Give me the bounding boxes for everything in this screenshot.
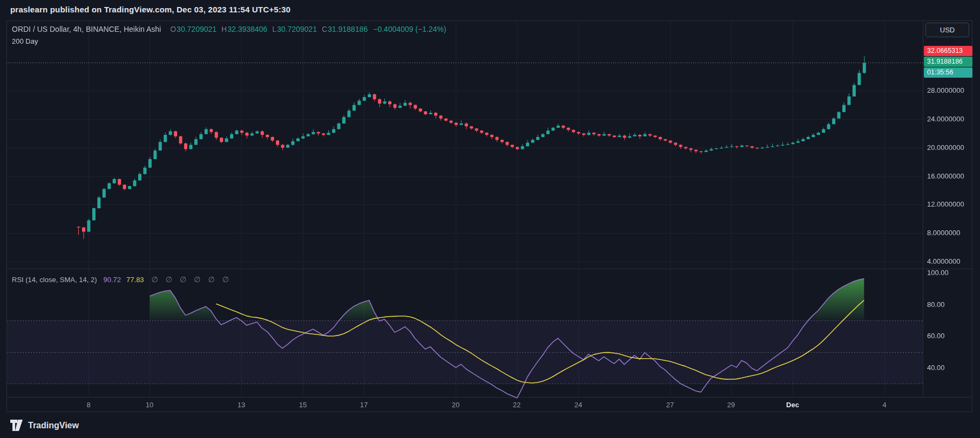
price-axis-label: 4.0000000 (927, 257, 960, 266)
rsi-title[interactable]: RSI (14, close, SMA, 14, 2) (12, 276, 97, 284)
open-value: 30.7209021 (177, 25, 217, 33)
indicator-label-200day[interactable]: 200 Day (12, 37, 446, 45)
tradingview-wordmark: TradingView (28, 421, 79, 430)
time-axis-label: 15 (299, 401, 307, 409)
time-axis-label: 22 (513, 401, 521, 409)
rsi-hidden-value-marker: ∅ (208, 275, 214, 284)
low-value: 30.7209021 (277, 25, 317, 33)
chart-canvas[interactable] (6, 20, 972, 412)
rsi-hidden-value-marker: ∅ (152, 275, 158, 284)
price-axis-label: 24.0000000 (927, 115, 964, 124)
time-axis-label: 8 (86, 401, 90, 409)
change-value: −0.4004009 (−1.24%) (373, 25, 446, 33)
main-legend: ORDI / US Dollar, 4h, BINANCE, Heikin As… (12, 25, 446, 45)
red-price-badge: 32.0665313 (924, 46, 972, 56)
time-axis-label: 24 (575, 401, 582, 409)
time-axis-label: 4 (882, 401, 886, 409)
close-value: 31.9188186 (328, 25, 368, 33)
symbol-title[interactable]: ORDI / US Dollar, 4h, BINANCE, Heikin As… (12, 25, 161, 33)
rsi-axis-label: 80.00 (927, 300, 945, 309)
chart-frame: ORDI / US Dollar, 4h, BINANCE, Heikin As… (6, 20, 972, 412)
last-price-badge: 31.9188186 (924, 57, 972, 67)
rsi-current-value: 90.72 (104, 276, 121, 284)
published-caption: praslearn published on TradingView.com, … (10, 5, 290, 14)
countdown-badge: 01:35:56 (924, 67, 972, 78)
tradingview-logo-icon (10, 420, 23, 431)
price-axis-label: 8.0000000 (927, 229, 960, 237)
time-axis[interactable]: 8101315172022242729Dec4 (6, 397, 972, 412)
price-axis-label: 28.0000000 (927, 86, 964, 95)
rsi-axis-label: 60.00 (927, 332, 945, 340)
time-axis-label: 13 (238, 401, 245, 409)
time-axis-label: 27 (666, 401, 674, 409)
rsi-hidden-value-marker: ∅ (166, 275, 172, 284)
low-label: L (272, 25, 276, 33)
rsi-ma-value: 77.83 (126, 276, 144, 284)
rsi-axis-label: 100.00 (927, 269, 949, 277)
rsi-hidden-value-marker: ∅ (222, 275, 229, 284)
rsi-legend[interactable]: RSI (14, close, SMA, 14, 2) 90.72 77.83 … (12, 275, 229, 284)
price-axis-label: 16.0000000 (927, 172, 964, 181)
rsi-empty-values: ∅∅∅∅∅∅ (144, 275, 229, 284)
price-axis-label: 20.0000000 (927, 143, 964, 152)
tradingview-watermark[interactable]: TradingView (10, 420, 79, 431)
time-axis-label: Dec (786, 401, 799, 409)
rsi-hidden-value-marker: ∅ (180, 275, 186, 284)
currency-toggle-button[interactable]: USD (925, 23, 969, 37)
time-axis-label: 29 (727, 401, 735, 409)
close-label: C (322, 25, 327, 33)
open-label: O (170, 25, 176, 33)
symbol-ohlc-row: ORDI / US Dollar, 4h, BINANCE, Heikin As… (12, 25, 446, 33)
time-axis-label: 10 (146, 401, 153, 409)
high-label: H (221, 25, 227, 33)
time-axis-label: 17 (360, 401, 368, 409)
time-axis-label: 20 (452, 401, 459, 409)
rsi-hidden-value-marker: ∅ (194, 275, 200, 284)
price-axis-label: 12.0000000 (927, 200, 964, 209)
rsi-axis-label: 40.00 (927, 364, 945, 372)
tradingview-snapshot: praslearn published on TradingView.com, … (0, 0, 980, 438)
high-value: 32.3938406 (227, 25, 267, 33)
